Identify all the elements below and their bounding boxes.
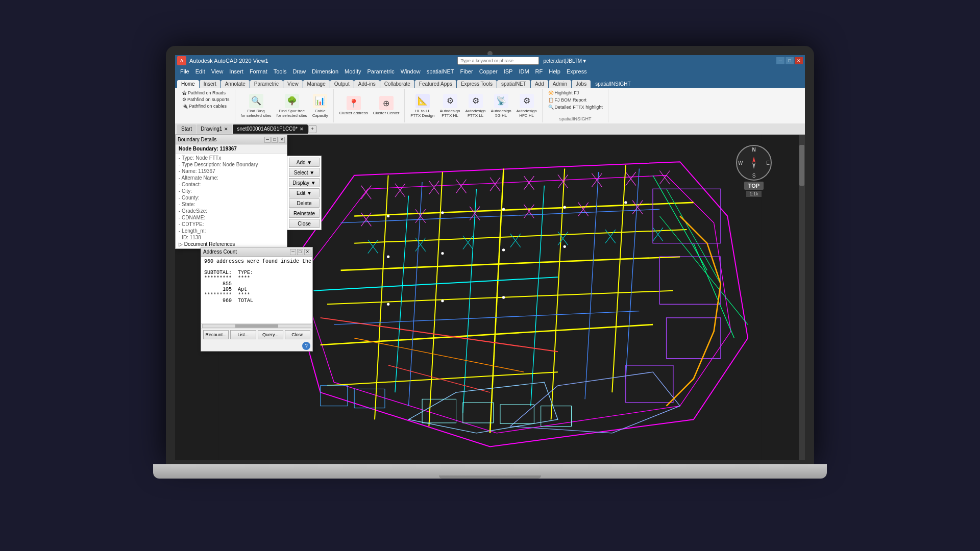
boundary-btn-edit[interactable]: Edit ▼ bbox=[289, 188, 320, 197]
ribbon-btn-cluster-address[interactable]: 📍 Cluster address bbox=[337, 95, 370, 116]
address-btn-list[interactable]: List... bbox=[230, 330, 256, 339]
menu-window[interactable]: Window bbox=[398, 67, 424, 76]
tab-jobs[interactable]: Jobs bbox=[572, 80, 591, 88]
ribbon-btn-pathfind-cables[interactable]: 🔌 Pathfind on cables bbox=[180, 103, 229, 109]
ribbon-btn-find-ring[interactable]: 🔍 Find Ringfor selected sites bbox=[239, 93, 274, 119]
cad-canvas[interactable]: N S E W TOP 1:1k bbox=[175, 135, 805, 460]
menu-spatialnet[interactable]: spatialNET bbox=[424, 67, 457, 76]
panel-row-length: - Length_m: bbox=[176, 228, 287, 234]
vertical-scrollbar[interactable] bbox=[799, 135, 805, 460]
ribbon-tabs: Home Insert Annotate Parametric View Man… bbox=[175, 77, 805, 88]
ribbon-btn-autodesign-fttx-hl[interactable]: ⚙ AutodesignFTTX HL bbox=[437, 93, 462, 119]
tab-parametric[interactable]: Parametric bbox=[250, 80, 283, 88]
tab-add[interactable]: Add bbox=[531, 80, 548, 88]
menu-tools[interactable]: Tools bbox=[271, 67, 290, 76]
menu-copper[interactable]: Copper bbox=[476, 67, 501, 76]
compass-arrow-icon bbox=[746, 155, 762, 170]
svg-point-92 bbox=[441, 299, 444, 302]
menu-edit[interactable]: Edit bbox=[192, 67, 208, 76]
doc-tab-drawing1[interactable]: Drawing1 ✕ bbox=[197, 124, 232, 134]
address-panel-restore[interactable]: □ bbox=[297, 249, 303, 255]
boundary-btn-select[interactable]: Select ▼ bbox=[289, 168, 320, 177]
tab-home[interactable]: Home bbox=[177, 80, 199, 88]
tab-spatialnet[interactable]: spatialNET bbox=[497, 80, 530, 88]
boundary-panel-minimize[interactable]: ─ bbox=[264, 137, 271, 143]
ribbon-btn-cluster-center[interactable]: ⊕ Cluster Center bbox=[371, 95, 402, 116]
address-count-panel: Address Count ─ □ ✕ 960 addresses were f… bbox=[201, 247, 313, 352]
search-input[interactable] bbox=[457, 57, 539, 65]
ribbon-btn-cable-capacity[interactable]: 📊 CableCapacity bbox=[310, 93, 330, 119]
tab-view[interactable]: View bbox=[283, 80, 303, 88]
panel-row-name: - Name: 119367 bbox=[176, 168, 287, 174]
ribbon-btn-pathfind-supports[interactable]: ⚙ Pathfind on supports bbox=[180, 96, 232, 103]
tab-collaborate[interactable]: Collaborate bbox=[380, 80, 414, 88]
menu-format[interactable]: Format bbox=[247, 67, 271, 76]
menu-view[interactable]: View bbox=[208, 67, 227, 76]
menu-insert[interactable]: Insert bbox=[226, 67, 247, 76]
ribbon-btn-find-spur[interactable]: 🌳 Find Spur treefor selected sites bbox=[275, 93, 309, 119]
menu-express[interactable]: Express bbox=[564, 67, 590, 76]
tab-admin[interactable]: Admin bbox=[549, 80, 571, 88]
doc-tab-start[interactable]: Start bbox=[177, 124, 196, 134]
tab-insert[interactable]: Insert bbox=[200, 80, 220, 88]
menu-help[interactable]: Help bbox=[546, 67, 564, 76]
scrollbar-thumb[interactable] bbox=[799, 145, 804, 186]
doc-tabs: Start Drawing1 ✕ snet000001A6D31F1CC0* ✕… bbox=[175, 123, 805, 135]
tab-output[interactable]: Output bbox=[330, 80, 354, 88]
menu-draw[interactable]: Draw bbox=[289, 67, 309, 76]
doc-tab-drawing1-close[interactable]: ✕ bbox=[224, 127, 228, 132]
compass-n-label: N bbox=[752, 147, 755, 153]
address-panel-close[interactable]: ✕ bbox=[304, 249, 310, 255]
boundary-panel-content: - Type: Node FTTx - Type Description: No… bbox=[176, 154, 287, 248]
boundary-btn-reinstate[interactable]: Reinstate bbox=[289, 209, 320, 218]
menu-rf[interactable]: RF bbox=[532, 67, 546, 76]
ribbon-btn-pathfind-roads[interactable]: 🛣 Pathfind on Roads bbox=[180, 90, 228, 96]
boundary-btn-close[interactable]: Close bbox=[289, 219, 320, 228]
boundary-panel-restore[interactable]: □ bbox=[272, 137, 278, 143]
minimize-button[interactable]: ─ bbox=[776, 57, 785, 64]
doc-tab-add[interactable]: + bbox=[308, 125, 316, 133]
close-button[interactable]: ✕ bbox=[795, 57, 803, 64]
ribbon-btn-autodesign-hfc[interactable]: ⚙ AutodesignHFC HL bbox=[514, 93, 539, 119]
detail-icon: 🔍 bbox=[548, 105, 554, 110]
tab-manage[interactable]: Manage bbox=[303, 80, 330, 88]
panel-row-id: - ID: 1138 bbox=[176, 234, 287, 241]
address-panel-header-buttons: ─ □ ✕ bbox=[290, 249, 310, 255]
menu-parametric[interactable]: Parametric bbox=[364, 67, 397, 76]
ribbon-btn-autodesign-5g[interactable]: 📡 Autodesign5G HL bbox=[489, 93, 513, 119]
doc-tab-snet[interactable]: snet000001A6D31F1CC0* ✕ bbox=[233, 124, 307, 134]
compass-top-label: TOP bbox=[744, 182, 764, 190]
tab-addins[interactable]: Add-ins bbox=[354, 80, 380, 88]
restore-button[interactable]: □ bbox=[786, 57, 794, 64]
ribbon-btn-hl-ll[interactable]: 📐 HL to LLFTTX Design bbox=[408, 93, 436, 119]
address-btn-recount[interactable]: Recount... bbox=[203, 330, 229, 339]
road-icon: 🛣 bbox=[182, 90, 187, 95]
boundary-panel-close[interactable]: ✕ bbox=[279, 137, 285, 143]
ribbon-btn-fj-bom[interactable]: 📋 FJ BOM Report bbox=[546, 97, 589, 103]
address-scrollbar-thumb[interactable] bbox=[235, 324, 279, 328]
address-horizontal-scrollbar[interactable] bbox=[202, 324, 311, 328]
address-btn-close[interactable]: Close bbox=[285, 330, 310, 339]
svg-point-91 bbox=[387, 303, 389, 306]
menu-fiber[interactable]: Fiber bbox=[457, 67, 476, 76]
ribbon-btn-highlight-fj[interactable]: 🔆 Highlight FJ bbox=[546, 90, 581, 96]
help-icon[interactable]: ? bbox=[302, 342, 310, 350]
ribbon-btn-autodesign-fttx-ll[interactable]: ⚙ AutodesignFTTX LL bbox=[463, 93, 488, 119]
doc-tab-snet-close[interactable]: ✕ bbox=[300, 127, 304, 132]
boundary-btn-display[interactable]: Display ▼ bbox=[289, 178, 320, 187]
boundary-btn-delete[interactable]: Delete bbox=[289, 198, 320, 208]
menu-isp[interactable]: ISP bbox=[501, 67, 516, 76]
boundary-btn-add[interactable]: Add ▼ bbox=[289, 158, 320, 167]
tab-spatialinsight[interactable]: spatialINSIGHT bbox=[591, 80, 634, 88]
menu-dimension[interactable]: Dimension bbox=[309, 67, 341, 76]
menu-modify[interactable]: Modify bbox=[341, 67, 364, 76]
address-panel-minimize[interactable]: ─ bbox=[290, 249, 296, 255]
address-btn-query[interactable]: Query... bbox=[258, 330, 283, 339]
tab-annotate[interactable]: Annotate bbox=[221, 80, 250, 88]
ribbon-btn-detailed-highlight[interactable]: 🔍 Detailed FTTX highlight bbox=[546, 104, 605, 110]
tab-featured[interactable]: Featured Apps bbox=[415, 80, 456, 88]
tab-express[interactable]: Express Tools bbox=[457, 80, 497, 88]
svg-point-85 bbox=[564, 206, 566, 209]
menu-idm[interactable]: IDM bbox=[516, 67, 532, 76]
menu-file[interactable]: File bbox=[177, 67, 192, 76]
